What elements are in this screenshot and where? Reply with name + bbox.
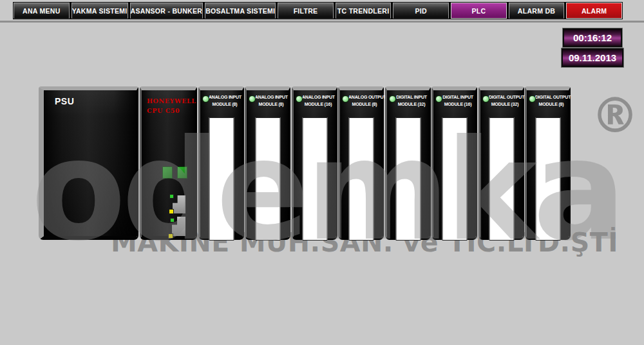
module-status-led: [249, 96, 255, 102]
module-status-led: [390, 96, 395, 102]
nav-button-yakma-sistemi[interactable]: YAKMA SISTEMI: [71, 3, 128, 19]
registered-trademark-icon: ®: [591, 92, 639, 139]
io-module-5: DIGITAL INPUTMODULE (32): [385, 86, 431, 240]
module-status-led: [529, 96, 535, 102]
cpu-module: HONEYWELL CPU C50: [140, 86, 197, 240]
cpu-port1-yellow-led: [169, 209, 174, 214]
cpu-port1-green-led: [169, 194, 174, 199]
nav-button-tc-trendleri[interactable]: TC TRENDLERI: [336, 3, 392, 19]
cpu-model-label: CPU C50: [147, 107, 180, 114]
cpu-port2-yellow-led: [168, 233, 173, 239]
cpu-status-square-1: [162, 166, 173, 179]
module-status-led: [203, 96, 209, 102]
scada-plc-screen: ANA MENU YAKMA SISTEMI ASANSOR - BUNKER …: [0, 0, 644, 345]
module-front-strip: [535, 117, 560, 241]
nav-button-plc-active[interactable]: PLC: [451, 3, 507, 19]
module-front-strip: [348, 117, 374, 241]
io-module-1: ANALOG INPUTMODULE (8): [198, 86, 244, 240]
module-status-led: [296, 96, 302, 102]
navbar-divider-line: [0, 21, 644, 23]
module-status-led: [343, 96, 348, 102]
module-front-strip: [302, 117, 327, 241]
cpu-port1-connector: [173, 195, 185, 213]
time-display: 00:16:12: [563, 28, 622, 47]
psu-module: PSU: [39, 86, 138, 240]
cpu-port2-green-led: [170, 218, 175, 222]
io-module-7: DIGITAL OUTPUTMODULE (32): [478, 86, 524, 240]
module-front-strip: [255, 117, 280, 241]
nav-button-alarm[interactable]: ALARM: [566, 3, 622, 19]
cpu-brand-label: HONEYWELL: [147, 97, 196, 104]
top-navigation-bar: ANA MENU YAKMA SISTEMI ASANSOR - BUNKER …: [13, 2, 623, 19]
io-module-6: DIGITAL INPUTMODULE (16): [431, 86, 477, 240]
nav-button-alarm-db[interactable]: ALARM DB: [509, 3, 565, 19]
io-module-8: DIGITAL OUTPUTMODULE (8): [525, 86, 571, 240]
nav-button-asansor-bunker[interactable]: ASANSOR - BUNKER: [130, 3, 204, 19]
psu-label: PSU: [55, 96, 137, 106]
module-front-strip: [489, 117, 514, 241]
nav-button-pid[interactable]: PID: [393, 3, 449, 19]
module-front-strip: [395, 117, 421, 241]
date-display: 09.11.2013: [562, 48, 623, 67]
nav-button-filtre[interactable]: FILTRE: [278, 3, 334, 19]
nav-button-bosaltma-sistemi[interactable]: BOSALTMA SISTEMI: [205, 3, 276, 19]
io-module-2: ANALOG INPUTMODULE (8): [245, 86, 290, 240]
module-front-strip: [442, 117, 467, 241]
io-module-3: ANALOG INPUTMODULE (16): [292, 86, 337, 240]
module-status-led: [436, 96, 442, 102]
io-module-4: ANALOG OUTPUTMODULE (8): [338, 86, 384, 240]
module-front-strip: [209, 117, 234, 241]
cpu-status-square-2: [177, 166, 187, 179]
nav-button-ana-menu[interactable]: ANA MENU: [14, 3, 70, 19]
module-status-led: [483, 96, 489, 102]
